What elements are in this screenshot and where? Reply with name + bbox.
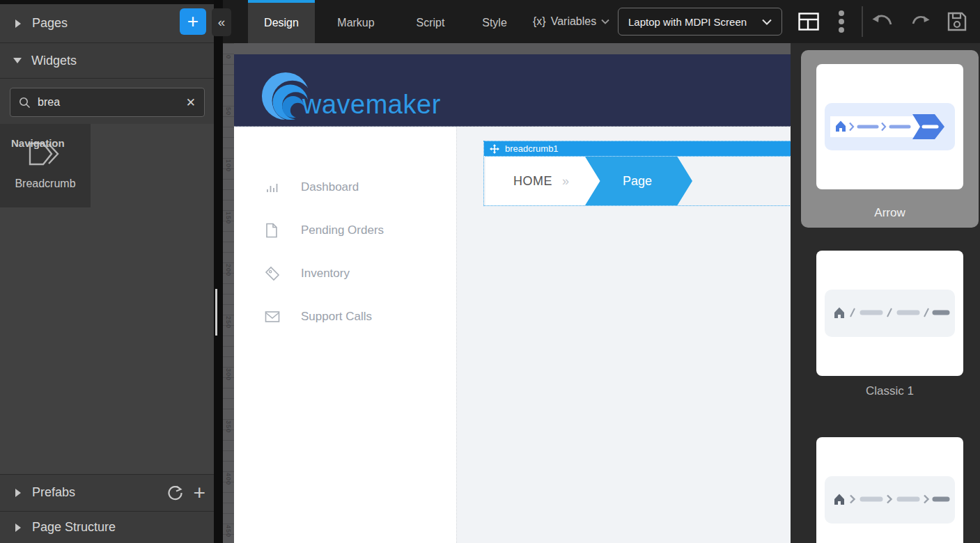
tab-design[interactable]: Design <box>248 0 315 43</box>
nav-item-inventory[interactable]: Inventory <box>234 260 456 288</box>
chevron-down-icon <box>601 19 609 24</box>
widgets-sidebar: Pages + Widgets ✕ Navigation Breadcrumb … <box>0 0 214 543</box>
ruler-label: 0 <box>225 55 232 59</box>
widgets-section-label: Widgets <box>31 54 77 68</box>
breadcrumb-style-panel: Arrow Classic 1 <box>791 43 980 543</box>
plus-icon: + <box>193 481 205 505</box>
nav-item-support-calls[interactable]: Support Calls <box>234 303 456 331</box>
breadcrumb-widget-selection[interactable]: breadcrumb1 HOME » Page <box>484 141 791 205</box>
move-icon <box>490 144 499 154</box>
nav-item-label: Pending Orders <box>301 223 384 237</box>
style-option-label: Arrow <box>801 206 979 220</box>
refresh-icon <box>166 485 183 501</box>
sidebar-scrollbar-thumb[interactable] <box>215 289 217 336</box>
selected-widget-name: breadcrumb1 <box>505 143 559 154</box>
save-button[interactable] <box>946 0 968 43</box>
collapse-sidebar-button[interactable]: « <box>212 8 231 36</box>
ruler-label: 200 <box>225 264 232 276</box>
clear-search-icon[interactable]: ✕ <box>186 95 196 110</box>
variables-label: Variables <box>551 15 597 28</box>
divider <box>0 78 214 79</box>
double-chevron-left-icon: « <box>218 15 226 30</box>
undo-icon <box>872 13 896 30</box>
widget-category-label: Navigation <box>11 137 65 149</box>
caret-down-icon <box>13 58 22 63</box>
bar-chart-icon <box>265 180 279 194</box>
add-prefab-button[interactable]: + <box>193 481 205 505</box>
nav-item-label: Support Calls <box>301 310 372 324</box>
ruler-label: 250 <box>225 316 232 329</box>
ruler-label: 150 <box>225 212 232 224</box>
widget-search-box: ✕ <box>10 88 205 117</box>
caret-right-icon <box>15 19 21 28</box>
pages-section-label: Pages <box>32 16 68 31</box>
envelope-icon <box>265 310 280 323</box>
search-icon <box>19 97 31 109</box>
ruler-label: 450 <box>225 525 232 537</box>
breadcrumb-separator: » <box>562 174 569 189</box>
layout-icon <box>798 13 819 31</box>
breadcrumb-item-home[interactable]: HOME » <box>485 157 601 205</box>
ruler-label: 50 <box>225 107 232 116</box>
redo-button[interactable] <box>909 0 930 43</box>
vertical-ruler: 050100150200250300350400450 <box>223 43 234 543</box>
page-left-nav: Dashboard Pending Orders Inventory <box>234 127 457 543</box>
breadcrumb-item-page[interactable]: Page <box>585 157 692 205</box>
nav-item-pending-orders[interactable]: Pending Orders <box>234 217 456 244</box>
horizontal-ruler <box>223 43 791 54</box>
device-preview-select[interactable]: Laptop with MDPI Screen <box>618 8 782 36</box>
search-input[interactable] <box>38 96 186 109</box>
nav-item-dashboard[interactable]: Dashboard <box>234 173 456 201</box>
style-option-arrow-preview <box>816 64 963 189</box>
tab-script[interactable]: Script <box>397 0 464 43</box>
sidebar-section-prefabs[interactable]: Prefabs + <box>0 475 214 510</box>
page-structure-section-label: Page Structure <box>32 520 116 535</box>
sidebar-edge-strip <box>214 0 223 543</box>
add-page-button[interactable]: + <box>180 8 206 35</box>
ruler-label: 400 <box>225 473 232 485</box>
save-icon <box>946 10 968 33</box>
more-options-button[interactable] <box>838 0 845 43</box>
style-option-label: Classic 1 <box>801 384 979 398</box>
design-canvas: wavemaker Dashboard Pending Orders <box>234 54 791 543</box>
sidebar-section-page-structure[interactable]: Page Structure <box>0 512 214 543</box>
tab-markup[interactable]: Markup <box>315 0 397 43</box>
style-option-classic1-preview <box>816 251 963 376</box>
breadcrumb-widget-tile[interactable]: Breadcrumb <box>0 124 91 207</box>
studio-toolbar: Design Markup Script Style {x} Variables… <box>223 0 980 43</box>
prefabs-section-label: Prefabs <box>32 485 75 500</box>
redo-icon <box>909 14 930 29</box>
caret-right-icon <box>15 524 21 532</box>
breadcrumb-widget: HOME » Page <box>484 157 791 205</box>
ruler-label: 350 <box>225 420 232 433</box>
ruler-label: 100 <box>225 159 232 172</box>
arrow-breadcrumb-thumbnail <box>830 111 950 143</box>
nav-item-label: Inventory <box>301 267 350 281</box>
sidebar-section-widgets[interactable]: Widgets <box>0 43 214 78</box>
classic2-breadcrumb-thumbnail <box>830 484 950 516</box>
kebab-menu-icon <box>838 10 845 33</box>
undo-button[interactable] <box>872 0 896 43</box>
page-header: wavemaker <box>234 54 791 127</box>
chevron-down-icon <box>762 19 772 25</box>
classic1-breadcrumb-thumbnail <box>830 297 950 329</box>
caret-right-icon <box>15 489 21 497</box>
layout-panels-button[interactable] <box>798 0 819 43</box>
selected-widget-handle[interactable]: breadcrumb1 <box>484 141 791 157</box>
breadcrumb-widget-label: Breadcrumb <box>15 178 75 190</box>
toolbar-divider <box>862 6 863 37</box>
device-preview-value: Laptop with MDPI Screen <box>628 16 747 28</box>
tab-style[interactable]: Style <box>464 0 525 43</box>
document-icon <box>265 223 279 238</box>
nav-item-label: Dashboard <box>301 180 359 194</box>
editor-tabs: Design Markup Script Style <box>248 0 525 43</box>
tag-icon <box>265 266 280 281</box>
reload-prefabs-button[interactable] <box>166 485 183 501</box>
breadcrumb-page-label: Page <box>623 174 652 189</box>
widget-results-area: Navigation Breadcrumb <box>0 124 214 474</box>
variables-prefix: {x} <box>533 15 546 28</box>
ruler-label: 300 <box>225 368 232 381</box>
style-option-classic2-preview <box>816 437 963 543</box>
variables-menu[interactable]: {x} Variables <box>533 0 609 43</box>
style-option-arrow[interactable]: Arrow <box>801 50 979 228</box>
